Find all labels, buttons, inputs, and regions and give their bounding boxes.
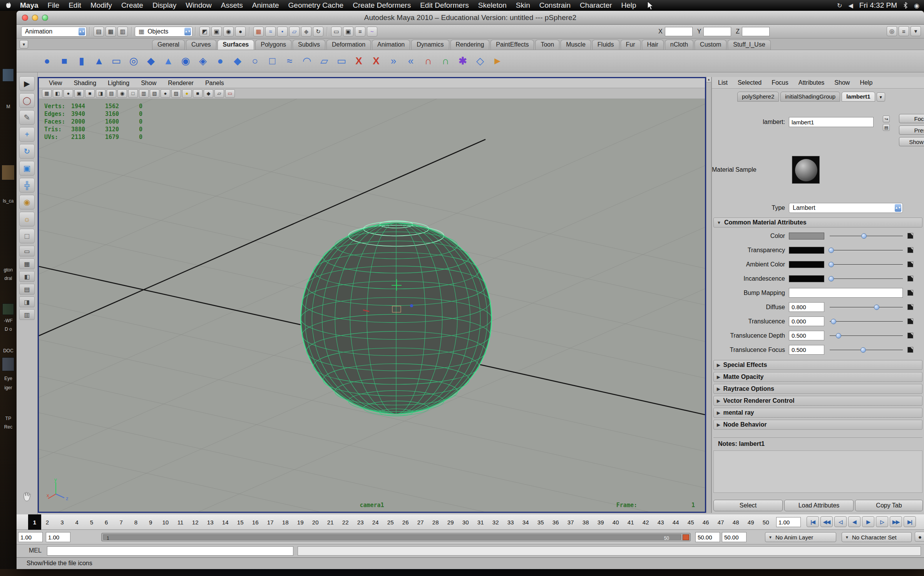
shelf-tab-fluids[interactable]: Fluids	[592, 40, 619, 50]
image-plane-icon[interactable]: ▦	[42, 89, 52, 98]
frame-number[interactable]: 32	[492, 519, 499, 526]
auto-key-icon[interactable]: ●	[915, 532, 924, 542]
shaded-icon[interactable]: ●	[161, 89, 170, 98]
perspective-viewport[interactable]: ViewShadingLightingShowRendererPanels ▦◧…	[38, 77, 706, 513]
shelf-tab-polygons[interactable]: Polygons	[255, 40, 291, 50]
open-scene-icon[interactable]: ▦	[105, 27, 116, 37]
range-slider[interactable]: 1 50	[101, 533, 691, 541]
current-time-field[interactable]	[776, 517, 801, 527]
menu-geometry-cache[interactable]: Geometry Cache	[284, 1, 348, 9]
loft-shelf-icon[interactable]: ▱	[316, 53, 332, 70]
shelf-tab-muscle[interactable]: Muscle	[561, 40, 591, 50]
platonic-shelf-icon[interactable]: ◆	[229, 53, 246, 70]
section-vector-renderer-control[interactable]: ▶Vector Renderer Control	[713, 396, 922, 406]
frame-number[interactable]: 29	[447, 519, 454, 526]
shelf-tab-stuff-i-use[interactable]: Stuff_I_Use	[728, 40, 770, 50]
cone-shelf-icon[interactable]: ▲	[91, 53, 107, 70]
menu-create-deformers[interactable]: Create Deformers	[348, 1, 415, 9]
slider-handle[interactable]	[829, 262, 834, 267]
ae-menu-attributes[interactable]: Attributes	[798, 79, 825, 86]
slider-handle[interactable]	[836, 333, 841, 338]
frame-number[interactable]: 2	[44, 519, 50, 526]
lights-icon[interactable]: ●	[182, 89, 192, 98]
texture-map-button[interactable]	[907, 261, 913, 267]
attach-shelf-icon[interactable]: »	[385, 53, 402, 70]
color-swatch[interactable]	[789, 275, 824, 282]
panel-menu-renderer[interactable]: Renderer	[168, 80, 194, 87]
desktop-icon-label[interactable]: iger	[0, 385, 17, 390]
plugin-icon[interactable]: ▭	[225, 89, 235, 98]
snap-plane-icon[interactable]: ▱	[289, 27, 300, 37]
snap-grid-icon[interactable]: ▦	[253, 27, 264, 37]
grid-icon[interactable]: ▣	[74, 89, 84, 98]
texture-map-button[interactable]	[907, 233, 913, 239]
menu-file[interactable]: File	[43, 1, 64, 9]
step-forward-frame-button[interactable]: ▷	[876, 516, 888, 527]
frame-number[interactable]: 20	[312, 519, 319, 526]
snap-curve-icon[interactable]: ≈	[265, 27, 276, 37]
playback-end-field[interactable]	[695, 532, 720, 542]
menu-skin[interactable]: Skin	[511, 1, 535, 9]
soft-mod-tool-icon[interactable]: ◉	[19, 195, 35, 209]
desktop-icon-label[interactable]: DOC	[0, 348, 17, 353]
revolve-shelf-icon[interactable]: ◠	[299, 53, 315, 70]
slider-handle[interactable]	[861, 233, 867, 239]
range-end-handle[interactable]	[683, 534, 689, 540]
attribute-editor-scrollbar[interactable]: ▲	[706, 77, 711, 513]
step-back-frame-button[interactable]: ◁	[834, 516, 847, 527]
sidebar-toggle-icon[interactable]: ◎	[887, 26, 897, 36]
lasso-tool-icon[interactable]: ◯	[19, 93, 35, 108]
step-back-key-button[interactable]: ◀◀	[820, 516, 833, 527]
bookmark-icon[interactable]: ◧	[53, 89, 62, 98]
frame-number[interactable]: 12	[192, 519, 199, 526]
frame-number[interactable]: 9	[147, 519, 154, 526]
desktop-icon-label[interactable]: Rec	[0, 424, 17, 430]
attr-value-field[interactable]	[789, 331, 824, 340]
menu-constrain[interactable]: Constrain	[535, 1, 575, 9]
frame-number[interactable]: 4	[74, 519, 80, 526]
copy-tab-button[interactable]: Copy Tab	[855, 500, 923, 511]
gate-mask-icon[interactable]: ▤	[107, 89, 116, 98]
ae-menu-focus[interactable]: Focus	[772, 79, 788, 86]
menu-assets[interactable]: Assets	[216, 1, 248, 9]
channel-box-icon[interactable]: ≡	[899, 26, 909, 36]
shelf-tab-general[interactable]: General	[152, 40, 185, 50]
node-name-field[interactable]	[789, 117, 874, 127]
axis-input-z[interactable]	[742, 27, 770, 36]
rotate-tool-icon[interactable]: ↻	[19, 144, 35, 159]
close-window-button[interactable]	[22, 15, 28, 21]
desktop-thumbnail[interactable]	[2, 357, 14, 371]
axis-input-x[interactable]	[665, 27, 693, 36]
frame-number[interactable]: 23	[357, 519, 364, 526]
play-icon[interactable]: ◀	[849, 2, 853, 9]
playback-start-field[interactable]	[46, 532, 70, 542]
frame-number[interactable]: 14	[222, 519, 229, 526]
frame-number[interactable]: 13	[207, 519, 214, 526]
cut-surface-shelf-icon[interactable]: X	[368, 53, 384, 70]
frame-number[interactable]: 22	[342, 519, 349, 526]
curve-tool-shelf-icon[interactable]: ≈	[281, 53, 298, 70]
soccer-ball-shelf-icon[interactable]: ●	[212, 53, 228, 70]
shelf-tab-deformation[interactable]: Deformation	[326, 40, 371, 50]
frame-number[interactable]: 33	[507, 519, 514, 526]
ae-menu-show[interactable]: Show	[834, 79, 850, 86]
shelf-tab-rendering[interactable]: Rendering	[450, 40, 490, 50]
magnet-green-shelf-icon[interactable]: ∩	[437, 53, 454, 70]
frame-number[interactable]: 25	[387, 519, 394, 526]
shelf-tab-fur[interactable]: Fur	[621, 40, 641, 50]
show-hide-button[interactable]: Show	[899, 137, 924, 146]
texture-map-button[interactable]	[907, 304, 913, 310]
last-tool-icon[interactable]: □	[19, 229, 35, 243]
layout-four-view-icon[interactable]: ▦	[19, 258, 35, 269]
layer-editor-icon[interactable]: ▾	[911, 26, 921, 36]
desktop-icon-label[interactable]: TP	[0, 416, 17, 421]
panel-menu-lighting[interactable]: Lighting	[108, 80, 129, 87]
ae-tab-polysphere2[interactable]: polySphere2	[737, 92, 779, 102]
color-swatch[interactable]	[789, 261, 824, 268]
sync-icon[interactable]: ↻	[837, 2, 842, 9]
panel-menu-shading[interactable]: Shading	[74, 80, 96, 87]
current-frame-marker[interactable]: 1	[28, 514, 41, 530]
slider-handle[interactable]	[860, 347, 866, 353]
render-settings-icon[interactable]: ≡	[355, 27, 365, 37]
surface-edit-shelf-icon[interactable]: ◇	[472, 53, 488, 70]
